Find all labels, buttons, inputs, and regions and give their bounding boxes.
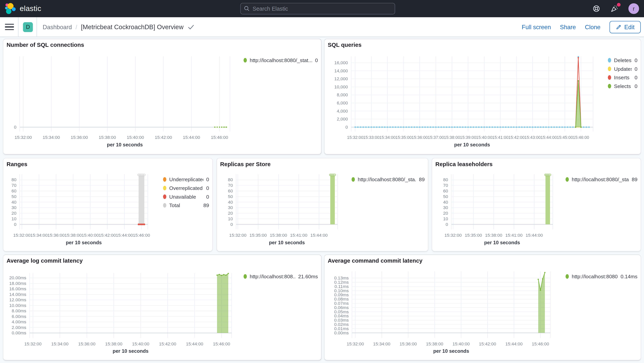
legend-label: Underreplicated — [169, 177, 204, 182]
legend-item[interactable]: http://localhost:8080/_stat...0 — [244, 57, 318, 63]
svg-text:per 10 seconds: per 10 seconds — [433, 348, 469, 354]
series-color-dot — [163, 203, 166, 207]
elastic-brand[interactable]: elastic — [4, 3, 41, 15]
legend-value: 0.14ms — [620, 274, 638, 279]
legend-item[interactable]: Overreplicated0 — [163, 185, 209, 191]
chart-sql-queries[interactable]: 02,0004,0006,0008,00010,00012,00014,0001… — [324, 39, 641, 154]
help-button[interactable] — [592, 5, 600, 13]
svg-text:12.00ms: 12.00ms — [9, 297, 26, 302]
chart-canvas: 0.00ms0.01ms0.02ms0.03ms0.04ms0.05ms0.06… — [324, 255, 641, 360]
legend-item[interactable]: http://localhost:808...21.60ms — [244, 273, 318, 280]
page-title: [Metricbeat CockroachDB] Overview — [81, 23, 184, 31]
svg-text:8.00ms: 8.00ms — [12, 308, 26, 313]
avatar-letter: r — [633, 6, 635, 12]
svg-text:4,000: 4,000 — [337, 109, 348, 114]
search-input[interactable] — [252, 6, 391, 12]
chart-legend: http://localhost:8080...0.14ms — [566, 273, 638, 282]
svg-text:15:44:00: 15:44:00 — [183, 135, 200, 140]
svg-text:50: 50 — [12, 194, 16, 199]
svg-text:15:36:00: 15:36:00 — [78, 341, 96, 346]
legend-item[interactable]: http://localhost:8080...0.14ms — [566, 273, 638, 280]
chart-ranges[interactable]: 0102030405060708015:32:0015:34:0015:36:0… — [3, 158, 212, 251]
user-avatar[interactable]: r — [628, 3, 639, 14]
menu-icon[interactable] — [5, 24, 14, 30]
edit-button[interactable]: Edit — [610, 21, 641, 33]
chart-legend: http://localhost:8080/_sta...89 — [566, 176, 638, 185]
legend-item[interactable]: Selects0 — [608, 83, 638, 89]
chart-average-command-commit-latency[interactable]: 0.00ms0.01ms0.02ms0.03ms0.04ms0.05ms0.06… — [324, 255, 641, 360]
svg-text:15:46:00: 15:46:00 — [213, 341, 230, 346]
breadcrumb: Dashboard / [Metricbeat CockroachDB] Ove… — [43, 23, 194, 31]
panel-replicas-per-store: Replicas per Store 0102030405060708015:3… — [217, 158, 428, 251]
legend-value: 89 — [632, 177, 638, 182]
svg-text:15:34:00: 15:34:00 — [379, 135, 396, 140]
chart-number-of-sql-connections[interactable]: 015:32:0015:34:0015:36:0015:38:0015:40:0… — [3, 39, 321, 154]
panel-sql-queries: SQL queries 02,0004,0006,0008,00010,0001… — [324, 39, 641, 154]
legend-item[interactable]: http://localhost:8080/_sta...89 — [566, 176, 638, 183]
series-color-dot — [163, 177, 166, 182]
share-button[interactable]: Share — [560, 24, 576, 30]
dashboard-grid: Number of SQL connections 015:32:0015:34… — [0, 37, 644, 363]
chart-canvas: 0102030405060708015:32:0015:35:0015:38:0… — [217, 158, 428, 251]
breadcrumb-dashboard-link[interactable]: Dashboard — [43, 24, 72, 30]
chart-replica-leaseholders[interactable]: 0102030405060708015:32:0015:35:0015:38:0… — [432, 158, 641, 251]
svg-text:per 10 seconds: per 10 seconds — [107, 142, 143, 147]
svg-text:15:41:00: 15:41:00 — [290, 233, 307, 238]
svg-text:10.00ms: 10.00ms — [9, 303, 26, 308]
series-color-dot — [608, 58, 611, 63]
svg-text:per 10 seconds: per 10 seconds — [269, 240, 305, 245]
title-check-icon[interactable] — [188, 24, 194, 30]
legend-value: 0 — [206, 194, 209, 200]
space-badge[interactable]: D — [23, 22, 33, 32]
svg-text:15:34:00: 15:34:00 — [30, 233, 48, 238]
series-color-dot — [566, 274, 569, 279]
full-screen-button[interactable]: Full screen — [522, 24, 551, 30]
panel-title: Average log commit latency — [6, 257, 83, 264]
svg-text:15:38:00: 15:38:00 — [485, 233, 502, 238]
svg-text:15:46:00: 15:46:00 — [573, 135, 589, 140]
legend-item[interactable]: http://localhost:8080/_sta...89 — [352, 176, 425, 183]
svg-text:15:38:00: 15:38:00 — [444, 135, 460, 140]
legend-item[interactable]: Inserts0 — [608, 75, 638, 81]
svg-text:15:32:00: 15:32:00 — [24, 341, 42, 346]
svg-text:15:42:00: 15:42:00 — [99, 233, 116, 238]
legend-label: Overreplicated — [169, 185, 204, 191]
svg-text:15:32:00: 15:32:00 — [347, 135, 363, 140]
legend-label: http://localhost:8080/_sta... — [358, 177, 416, 182]
svg-text:8,000: 8,000 — [337, 92, 348, 97]
svg-text:20: 20 — [228, 211, 233, 216]
legend-label: http://localhost:808... — [250, 274, 295, 279]
legend-item[interactable]: Deletes0 — [608, 57, 638, 63]
svg-text:per 10 seconds: per 10 seconds — [484, 240, 520, 245]
svg-text:80: 80 — [12, 177, 16, 182]
svg-text:15:36:00: 15:36:00 — [47, 233, 64, 238]
global-search[interactable] — [240, 3, 395, 15]
svg-text:15:43:00: 15:43:00 — [524, 135, 541, 140]
newsfeed-button[interactable] — [610, 5, 619, 13]
svg-text:per 10 seconds: per 10 seconds — [66, 240, 102, 245]
legend-label: Inserts — [614, 75, 632, 81]
legend-item[interactable]: Underreplicated0 — [163, 176, 209, 183]
svg-text:15:36:00: 15:36:00 — [400, 341, 417, 346]
svg-text:15:37:00: 15:37:00 — [428, 135, 444, 140]
series-color-dot — [244, 58, 247, 63]
legend-value: 0 — [206, 177, 209, 182]
svg-text:15:32:00: 15:32:00 — [13, 233, 30, 238]
series-color-dot — [163, 186, 166, 190]
clone-button[interactable]: Clone — [585, 24, 600, 30]
svg-text:15:45:00: 15:45:00 — [557, 135, 573, 140]
legend-item[interactable]: Total89 — [163, 202, 209, 208]
svg-text:15:40:00: 15:40:00 — [82, 233, 99, 238]
svg-text:15:32:00: 15:32:00 — [444, 233, 462, 238]
chart-replicas-per-store[interactable]: 0102030405060708015:32:0015:35:0015:38:0… — [217, 158, 428, 251]
legend-item[interactable]: Unavailable0 — [163, 194, 209, 200]
party-popper-icon — [611, 5, 618, 12]
legend-item[interactable]: Updates0 — [608, 66, 638, 72]
breadcrumb-separator: / — [76, 24, 77, 30]
panel-number-of-sql-connections: Number of SQL connections 015:32:0015:34… — [3, 39, 321, 154]
legend-value: 0 — [206, 185, 209, 191]
svg-text:40: 40 — [12, 200, 16, 205]
chart-average-log-commit-latency[interactable]: 0.00ms2.00ms4.00ms6.00ms8.00ms10.00ms12.… — [3, 255, 321, 360]
chart-legend: http://localhost:808...21.60ms — [244, 273, 318, 282]
svg-text:6.00ms: 6.00ms — [12, 314, 26, 319]
